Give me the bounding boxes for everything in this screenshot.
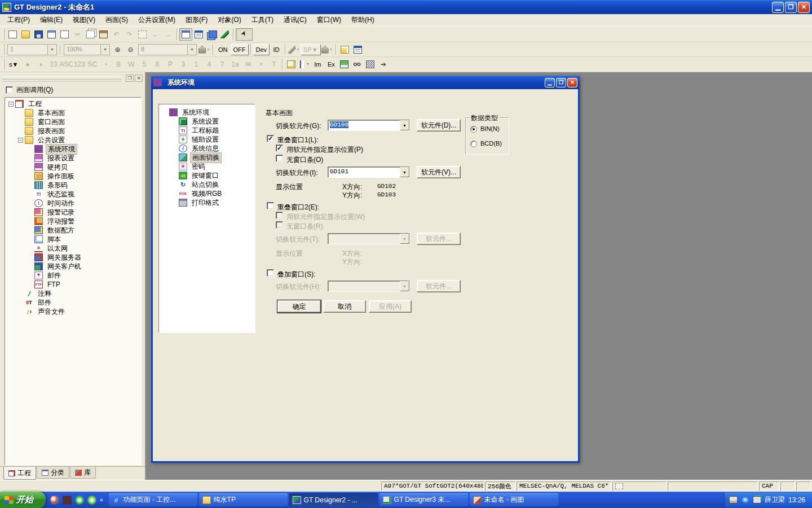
screen-preview-checkbox[interactable] [6, 86, 13, 94]
menu-item-7[interactable]: 工具(T) [246, 14, 279, 26]
new-screen-icon[interactable] [6, 28, 19, 41]
combo-dropdown-icon[interactable]: ▼ [400, 120, 409, 130]
task-paint[interactable]: 未命名 - 画图 [470, 493, 558, 506]
project-tree-item[interactable]: 条形码 [5, 181, 141, 190]
workspace-toggle-icon[interactable] [179, 28, 192, 41]
zoom-out-icon[interactable]: ⊖ [124, 43, 137, 56]
dialog-maximize-button[interactable]: ❐ [556, 78, 566, 87]
cancel-button[interactable]: 取消 [323, 300, 366, 313]
media-icon[interactable] [63, 496, 72, 505]
dialog-tree-item[interactable]: 工程标题 [159, 126, 255, 135]
toolbar-grip[interactable] [3, 59, 5, 69]
menu-item-9[interactable]: 窗口(W) [312, 14, 346, 26]
menu-item-2[interactable]: 视图(V) [68, 14, 100, 26]
zoom-in-icon[interactable]: ⊕ [111, 43, 124, 56]
dialog-minimize-button[interactable]: ▁ [545, 78, 555, 87]
dialog-tree-item[interactable]: 打印格式 [159, 198, 255, 207]
project-tree-item[interactable]: 注释 [5, 289, 141, 298]
project-tree-item[interactable]: −工程 [5, 99, 141, 108]
superimpose-checkbox[interactable] [267, 269, 274, 277]
import-icon[interactable]: Im [311, 59, 324, 70]
menu-item-8[interactable]: 通讯(C) [279, 14, 312, 26]
menu-item-4[interactable]: 公共设置(M) [133, 14, 180, 26]
panel-grip[interactable] [2, 76, 121, 80]
project-tree-item[interactable]: 部件 [5, 298, 141, 307]
project-tree-item[interactable]: 操作面板 [5, 172, 141, 181]
combo-dropdown-icon[interactable]: ▼ [400, 167, 409, 177]
grid-off-button[interactable]: OFF [231, 44, 249, 55]
menu-item-5[interactable]: 图形(F) [180, 14, 213, 26]
toolbar-grip[interactable] [3, 44, 5, 54]
open-screen-icon[interactable] [338, 43, 351, 56]
ok-button[interactable]: 确定 [277, 300, 321, 313]
project-tree-item[interactable]: FTP [5, 280, 141, 289]
antivirus-icon[interactable] [87, 496, 96, 505]
task-gtd2[interactable]: GT Designer2 - ... [289, 493, 378, 506]
dialog-tree-item[interactable]: 密码 [159, 162, 255, 171]
project-tree-item[interactable]: 报警记录 [5, 208, 141, 217]
library-list-icon[interactable] [205, 28, 218, 41]
messenger-icon[interactable] [50, 496, 59, 505]
open-project-icon[interactable] [19, 28, 32, 41]
menu-item-0[interactable]: 工程(P) [2, 14, 35, 26]
dialog-tree-item[interactable]: 系统环境 [159, 108, 255, 117]
device-display-button[interactable]: Dev [253, 44, 270, 55]
start-button[interactable]: 开始 [0, 492, 46, 508]
network-icon[interactable] [753, 496, 761, 503]
project-tree-item[interactable]: 报表画面 [5, 126, 141, 135]
menu-item-3[interactable]: 画面(S) [100, 14, 133, 26]
data-change-icon[interactable] [298, 58, 311, 71]
tab-库[interactable]: 库 [70, 467, 96, 479]
export-icon[interactable]: Ex [324, 59, 338, 70]
overlap1-nobar-checkbox[interactable] [276, 155, 283, 162]
switch-tool-dropdown[interactable]: s▼ [6, 59, 21, 70]
project-tree-item[interactable]: 网关服务器 [5, 253, 141, 262]
tree-expander-icon[interactable]: − [8, 102, 14, 107]
project-tree-item[interactable]: 系统环境 [5, 144, 141, 154]
stamp-icon[interactable] [338, 58, 351, 71]
project-tree-item[interactable]: 报表设置 [5, 154, 141, 163]
report-edit-icon[interactable] [285, 58, 298, 71]
menu-item-6[interactable]: 对象(O) [213, 14, 246, 26]
tab-分类[interactable]: 分类 [37, 467, 69, 479]
dialog-tree-item[interactable]: 站点切换 [159, 180, 255, 189]
project-tree-item[interactable]: 基本画面 [5, 108, 141, 117]
find-device-icon[interactable] [351, 58, 364, 71]
property-sheet-icon[interactable] [192, 28, 205, 41]
project-tree-item[interactable]: 浮动报警 [5, 217, 141, 226]
select-cursor-icon[interactable] [236, 28, 253, 41]
mesh-icon[interactable] [364, 58, 377, 71]
overlap1-checkbox[interactable]: ✓ [267, 135, 274, 142]
language-bar-icon[interactable]: < [741, 496, 749, 503]
toolbar-grip[interactable] [3, 29, 5, 40]
panel-float-button[interactable]: ❐ [126, 75, 134, 82]
data-browse-icon[interactable]: ➔ [377, 58, 390, 71]
overlap1-position-checkbox[interactable]: ✓ [276, 144, 283, 152]
bin-radio[interactable] [470, 126, 477, 133]
device-v-button[interactable]: 软元件(V)... [417, 166, 461, 178]
menu-item-1[interactable]: 编辑(E) [35, 14, 68, 26]
clock[interactable]: 13:26 [788, 496, 805, 504]
dialog-tree-item[interactable]: 系统设置 [159, 117, 255, 126]
id-display-button[interactable]: ID [270, 44, 283, 55]
internet-icon[interactable] [75, 496, 84, 505]
task-gtd3[interactable]: GT Designer3 未... [379, 493, 468, 506]
screen-image-icon[interactable] [45, 28, 58, 41]
project-tree-item[interactable]: 邮件 [5, 271, 141, 280]
dialog-tree-item[interactable]: 视频/RGB [159, 189, 255, 198]
panel-close-button[interactable]: ✕ [135, 75, 143, 82]
overlap2-checkbox[interactable] [267, 202, 274, 209]
task-folder[interactable]: 纯水TP [199, 493, 288, 506]
tree-expander-icon[interactable]: − [18, 138, 23, 143]
project-tree-item[interactable]: 脚本 [5, 235, 141, 244]
task-ie[interactable]: e功能页面 - 工控... [109, 493, 197, 506]
project-tree-item[interactable]: 网关客户机 [5, 262, 141, 271]
bcd-radio[interactable] [470, 141, 477, 147]
close-button[interactable]: ✕ [798, 2, 810, 13]
dialog-tree-item[interactable]: 按键窗口 [159, 171, 255, 180]
data-view-icon[interactable] [351, 43, 364, 56]
grid-on-button[interactable]: ON [215, 44, 231, 55]
dialog-close-button[interactable]: ✕ [567, 78, 577, 87]
minimize-button[interactable]: ▁ [772, 2, 784, 13]
quick-launch-more-icon[interactable]: » [100, 497, 103, 503]
